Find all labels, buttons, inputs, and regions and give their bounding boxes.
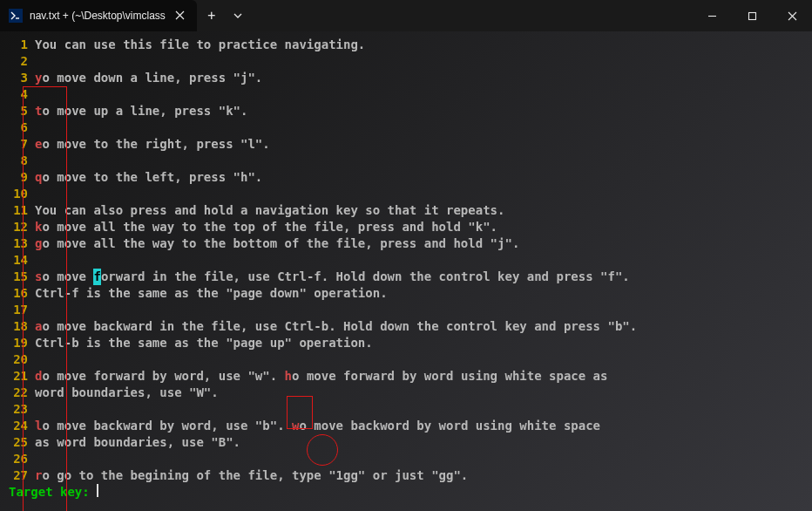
- window-controls: [692, 0, 812, 31]
- easymotion-hint: g: [35, 235, 42, 252]
- editor-line: 3yo move down a line, press "j".: [9, 70, 812, 86]
- line-number: 8: [9, 153, 28, 169]
- svg-rect-0: [9, 9, 23, 23]
- editor-line: 19Ctrl-b is the same as the "page up" op…: [9, 335, 812, 351]
- line-number: 11: [9, 202, 28, 219]
- line-text: Ctrl-f is the same as the "page down" op…: [35, 285, 388, 302]
- line-number: 2: [9, 53, 28, 70]
- editor-line: 4: [9, 86, 812, 103]
- line-number: 3: [9, 70, 28, 86]
- line-number: 26: [9, 451, 28, 467]
- line-number: 17: [9, 302, 28, 318]
- line-text: o move backword by word using white spac…: [299, 418, 600, 434]
- titlebar: nav.txt + (~\Desktop\vimclass +: [0, 0, 812, 31]
- easymotion-hint: y: [35, 70, 42, 86]
- line-number: 5: [9, 103, 28, 119]
- editor-line: 17: [9, 302, 812, 318]
- easymotion-hint: l: [35, 418, 42, 434]
- line-text: o move backward by word, use "b".: [42, 418, 292, 434]
- editor-line: 7eo move to the right, press "l".: [9, 136, 812, 153]
- editor-line: 21do move forward by word, use "w". ho m…: [9, 368, 812, 385]
- line-text: o move all the way to the top of the fil…: [42, 219, 497, 235]
- line-text: o move forward by word using white space…: [292, 368, 607, 385]
- line-text: o go to the begining of the file, type "…: [42, 467, 468, 484]
- line-number: 10: [9, 186, 28, 202]
- line-number: 6: [9, 119, 28, 136]
- editor-line: 2: [9, 53, 812, 70]
- line-number: 20: [9, 351, 28, 368]
- terminal-viewport[interactable]: 1You can use this file to practice navig…: [0, 31, 812, 511]
- line-number: 22: [9, 385, 28, 401]
- line-text: o move down a line, press "j".: [42, 70, 262, 86]
- editor-line: 9qo move to the left, press "h".: [9, 169, 812, 186]
- line-number: 27: [9, 467, 28, 484]
- command-cursor: [97, 484, 98, 497]
- line-number: 25: [9, 434, 28, 451]
- editor-line: 14: [9, 252, 812, 269]
- editor-line: 24lo move backward by word, use "b". wo …: [9, 418, 812, 434]
- easymotion-hint: e: [35, 136, 42, 153]
- status-line: Target key:: [9, 484, 812, 501]
- svg-rect-1: [748, 12, 755, 19]
- editor-line: 23: [9, 401, 812, 418]
- maximize-button[interactable]: [732, 0, 772, 31]
- editor-line: 13go move all the way to the bottom of t…: [9, 235, 812, 252]
- line-number: 7: [9, 136, 28, 153]
- line-number: 14: [9, 252, 28, 269]
- line-text: o move up a line, press "k".: [42, 103, 247, 119]
- line-text: o move forward by word, use "w".: [42, 368, 284, 385]
- editor-line: 10: [9, 186, 812, 202]
- editor-line: 5to move up a line, press "k".: [9, 103, 812, 119]
- easymotion-hint: r: [35, 467, 42, 484]
- line-text: as word boundaries, use "B".: [35, 434, 240, 451]
- editor-line: 20: [9, 351, 812, 368]
- line-text: You can also press and hold a navigation…: [35, 202, 504, 219]
- editor-buffer: 1You can use this file to practice navig…: [9, 37, 812, 484]
- new-tab-button[interactable]: +: [197, 0, 227, 31]
- editor-line: 1You can use this file to practice navig…: [9, 37, 812, 53]
- easymotion-hint: k: [35, 219, 42, 235]
- easymotion-hint: a: [35, 318, 42, 335]
- tab-title: nav.txt + (~\Desktop\vimclass: [30, 10, 166, 22]
- text-cursor: f: [93, 269, 100, 285]
- line-text: You can use this file to practice naviga…: [35, 37, 365, 53]
- line-text: orward in the file, use Ctrl-f. Hold dow…: [101, 269, 630, 285]
- tab-close-button[interactable]: [173, 10, 188, 23]
- tab-dropdown-button[interactable]: [227, 0, 249, 31]
- easymotion-hint: t: [35, 103, 42, 119]
- editor-line: 27ro go to the begining of the file, typ…: [9, 467, 812, 484]
- editor-line: 6: [9, 119, 812, 136]
- line-number: 23: [9, 401, 28, 418]
- line-number: 4: [9, 86, 28, 103]
- line-number: 24: [9, 418, 28, 434]
- line-number: 21: [9, 368, 28, 385]
- editor-line: 11You can also press and hold a navigati…: [9, 202, 812, 219]
- editor-line: 25as word boundaries, use "B".: [9, 434, 812, 451]
- line-text: o move all the way to the bottom of the …: [42, 235, 519, 252]
- easymotion-hint: s: [35, 269, 42, 285]
- powershell-icon: [9, 9, 23, 23]
- editor-line: 12ko move all the way to the top of the …: [9, 219, 812, 235]
- line-text: o move to the left, press "h".: [42, 169, 262, 186]
- easymotion-hint: h: [285, 368, 292, 385]
- editor-line: 18ao move backward in the file, use Ctrl…: [9, 318, 812, 335]
- line-text: o move: [42, 269, 93, 285]
- line-number: 13: [9, 235, 28, 252]
- editor-line: 22word boundaries, use "W".: [9, 385, 812, 401]
- minimize-button[interactable]: [692, 0, 732, 31]
- line-text: word boundaries, use "W".: [35, 385, 219, 401]
- line-number: 15: [9, 269, 28, 285]
- line-number: 1: [9, 37, 28, 53]
- line-number: 9: [9, 169, 28, 186]
- line-text: o move to the right, press "l".: [42, 136, 269, 153]
- line-text: Ctrl-b is the same as the "page up" oper…: [35, 335, 373, 351]
- close-window-button[interactable]: [772, 0, 812, 31]
- easymotion-hint: w: [292, 418, 299, 434]
- line-text: o move backward in the file, use Ctrl-b.…: [42, 318, 637, 335]
- active-tab[interactable]: nav.txt + (~\Desktop\vimclass: [0, 0, 197, 31]
- line-number: 19: [9, 335, 28, 351]
- editor-line: 8: [9, 153, 812, 169]
- editor-line: 16Ctrl-f is the same as the "page down" …: [9, 285, 812, 302]
- line-number: 12: [9, 219, 28, 235]
- editor-line: 26: [9, 451, 812, 467]
